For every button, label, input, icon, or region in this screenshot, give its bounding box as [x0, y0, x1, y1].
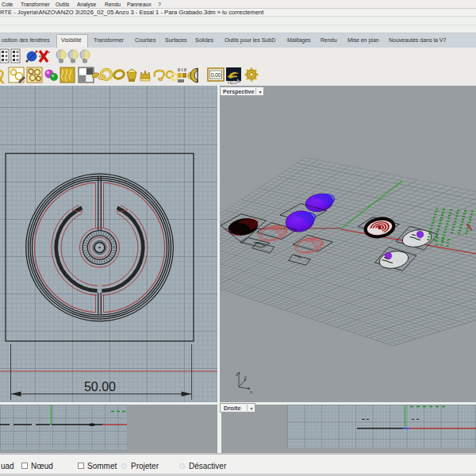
svg-text:0.00: 0.00	[211, 72, 221, 78]
svg-text:z: z	[236, 372, 238, 377]
svg-text:50.00: 50.00	[84, 380, 116, 393]
svg-text:x: x	[250, 390, 252, 394]
svg-text:KELG: KELG	[228, 81, 238, 85]
svg-text:y: y	[244, 374, 247, 379]
